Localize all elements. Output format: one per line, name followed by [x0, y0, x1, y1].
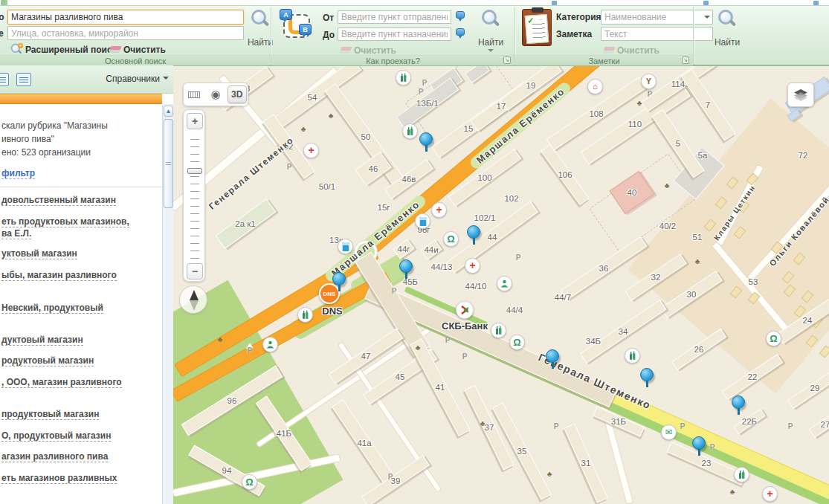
building-label: 46в [402, 175, 416, 184]
poi-cross-icon[interactable]: + [465, 258, 480, 274]
result-link[interactable]: довольственный магазин [1, 195, 116, 206]
result-link[interactable]: родуктовый магазин [1, 355, 94, 366]
filter-link[interactable]: фильтр [1, 168, 35, 179]
building-label: 5а [698, 151, 708, 160]
toolbar-mini-icon[interactable] [703, 1, 709, 5]
building-label: 96 [228, 396, 237, 405]
building-label: 110 [628, 120, 642, 129]
results-header-bar[interactable] [0, 94, 162, 104]
poi-beer-icon[interactable] [734, 467, 749, 482]
results-list-icon[interactable] [16, 73, 31, 86]
map-pin[interactable] [399, 259, 413, 273]
tree-icon: ♣ [730, 488, 735, 496]
poi-bell-icon[interactable]: Ω [242, 474, 257, 490]
route-to-input[interactable] [338, 28, 451, 41]
clear-search-link[interactable]: Очистить [123, 45, 166, 55]
scroll-up-button[interactable]: ▲ [164, 106, 173, 117]
toolbar-mini-icon[interactable] [552, 1, 557, 5]
group-main-search: Основной поиск [0, 55, 271, 65]
poi-tram-icon[interactable] [338, 239, 353, 254]
zoom-out-button[interactable]: − [187, 263, 203, 280]
route-dialog-launcher-icon[interactable]: ↘ [503, 56, 511, 64]
result-link[interactable]: агазин разливного пива [1, 451, 108, 462]
parking-label: P [788, 422, 793, 430]
poi-mail-icon[interactable]: ✉ [661, 424, 677, 440]
dns-store-logo[interactable]: DNS [319, 283, 340, 304]
notes-find-button-label: Найти [712, 37, 742, 48]
result-link[interactable]: , ООО, магазин разливного [1, 377, 122, 388]
pick-from-on-map-icon[interactable] [455, 11, 466, 23]
poi-beer-icon[interactable] [402, 123, 418, 139]
result-link[interactable]: уктовый магазин [1, 248, 77, 259]
poi-cross-icon[interactable]: + [303, 143, 319, 158]
poi-beer-icon[interactable] [297, 307, 313, 323]
sidebar-scrollbar[interactable]: ▲ [162, 104, 173, 504]
poi-bell-icon[interactable]: Ω [443, 231, 459, 247]
poi-beer-icon[interactable] [396, 70, 411, 85]
compass-tool-button[interactable]: ◉ [205, 84, 227, 105]
poi-bell-icon[interactable]: Ω [766, 331, 781, 346]
pick-to-on-map-icon[interactable] [455, 28, 466, 40]
result-link[interactable]: Невский, продуктовый [1, 303, 103, 314]
map-pin[interactable] [332, 272, 346, 285]
zoom-control: + − [183, 109, 205, 282]
notes-dialog-launcher-icon[interactable]: ↘ [682, 56, 689, 64]
window-tab-strip [0, 0, 829, 6]
clear-route-link[interactable]: Очистить [354, 45, 396, 56]
advanced-search-link[interactable]: Расширенный поиск [25, 45, 117, 55]
toolbar-mini-icon[interactable] [813, 1, 819, 5]
result-link[interactable]: ыбы, магазин разливного [1, 270, 117, 281]
poi-cross-icon[interactable]: + [431, 202, 447, 218]
ruler-tool-button[interactable] [184, 84, 205, 105]
result-link[interactable]: еть продуктовых магазинов, [1, 216, 129, 227]
poi-beer-icon[interactable] [491, 323, 506, 338]
map-pin[interactable] [692, 436, 706, 450]
map-pin[interactable] [419, 132, 433, 146]
clear-notes-link[interactable]: Очистить [617, 45, 659, 56]
note-text-input[interactable] [601, 27, 713, 41]
poi-beer-icon[interactable] [625, 348, 640, 364]
building-label: 72 [799, 151, 808, 160]
scrollbar-thumb[interactable] [164, 119, 173, 208]
route-find-button[interactable]: Найти [476, 7, 506, 55]
notes-find-button[interactable]: Найти [712, 7, 742, 52]
view-3d-button[interactable]: 3D [226, 84, 248, 105]
poi-redhouse-icon[interactable]: ⌂ [587, 79, 603, 94]
result-link[interactable]: продуктовый магазин [1, 409, 99, 420]
search-query-input[interactable] [7, 10, 244, 25]
poi-person-icon[interactable] [262, 337, 278, 352]
tree-icon: ♣ [218, 335, 223, 343]
poi-bell-icon[interactable]: Ω [509, 335, 525, 350]
skb-bank-logo[interactable] [456, 301, 474, 319]
poi-person-icon[interactable] [497, 276, 512, 291]
group-notes: Заметки ↘ [515, 55, 693, 65]
route-from-input[interactable] [338, 10, 451, 24]
layers-button[interactable] [787, 83, 814, 107]
poi-tram-icon[interactable] [415, 213, 430, 229]
advanced-search-plus-icon: + [18, 43, 23, 48]
compass-control[interactable] [179, 285, 207, 314]
poi-cross-icon[interactable]: + [762, 486, 778, 502]
history-icon[interactable] [0, 73, 9, 86]
map-pin[interactable] [732, 395, 745, 409]
search-icon [251, 9, 270, 28]
result-link[interactable]: ва Е.Л. [1, 228, 31, 239]
result-link[interactable]: еть магазинов разливных [1, 473, 117, 484]
zoom-slider-handle[interactable] [187, 168, 202, 174]
building-label: 40/2 [659, 222, 676, 230]
map-pin[interactable] [467, 225, 480, 239]
map-pin[interactable] [546, 349, 559, 363]
parking-label: P [287, 163, 292, 171]
map-canvas[interactable]: ◉ 3D + − 585452504650/146в13Б/11517192а … [173, 65, 829, 504]
search-where-input[interactable] [7, 26, 244, 40]
zoom-scale[interactable] [190, 132, 199, 260]
result-link[interactable]: дуктовый магазин [1, 335, 83, 346]
zoom-in-button[interactable]: + [187, 113, 203, 129]
parking-label: P [419, 88, 424, 96]
note-category-select[interactable]: Наименование [601, 10, 713, 25]
result-link[interactable]: О, продуктовый магазин [1, 430, 111, 442]
poi-wine-icon[interactable]: Y [641, 74, 657, 89]
map-pin[interactable] [640, 368, 654, 381]
directories-dropdown[interactable]: Справочники [106, 74, 160, 84]
building-label: 7 [706, 100, 710, 109]
